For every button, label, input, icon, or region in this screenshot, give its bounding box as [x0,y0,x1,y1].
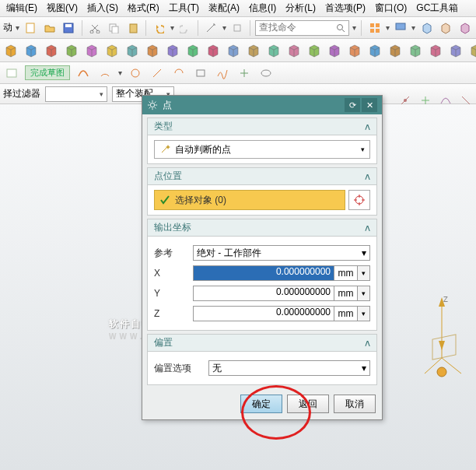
feature-8-icon[interactable] [165,42,180,59]
section-offset: 偏置ʌ 偏置选项 无▾ [147,334,377,385]
snap2-icon[interactable] [417,92,434,109]
curve1-icon[interactable] [75,65,92,82]
feature-18-icon[interactable] [367,42,383,59]
back-button[interactable]: 返回 [287,395,329,413]
feature-5-icon[interactable] [104,42,120,59]
menu-insert[interactable]: 插入(S) [82,0,123,16]
cut-icon[interactable] [87,19,103,37]
circle-icon[interactable] [127,65,144,82]
cancel-button[interactable]: 取消 [334,395,376,413]
search-placeholder: 查找命令 [259,21,296,34]
snap3-icon[interactable] [437,92,454,109]
feature-12-icon[interactable] [246,42,261,59]
dialog-close-icon[interactable]: ✕ [362,98,377,112]
line-icon[interactable] [149,65,166,82]
menu-assembly[interactable]: 装配(A) [204,0,244,16]
section-offset-header[interactable]: 偏置ʌ [148,335,376,352]
svg-rect-2 [65,24,72,27]
cube1-icon[interactable] [418,19,435,37]
dialog-title: 点 [163,99,172,112]
section-position-header[interactable]: 点位置ʌ [148,168,376,185]
feature-14-icon[interactable] [286,42,302,59]
open-icon[interactable] [42,19,58,37]
feature-19-icon[interactable] [387,42,403,59]
undo-icon[interactable] [151,19,167,37]
menu-view[interactable]: 视图(V) [42,0,82,16]
dialog-buttons: 确定 返回 取消 [142,388,382,419]
section-type-header[interactable]: 类型ʌ [148,118,376,135]
feature-2-icon[interactable] [44,42,59,59]
cube2-icon[interactable] [438,19,454,37]
sketch-icon[interactable] [3,65,20,82]
arc2-icon[interactable] [170,65,187,82]
ok-button[interactable]: 确定 [240,395,282,413]
menu-tools[interactable]: 工具(T) [164,0,204,16]
select-object[interactable]: 选择对象 (0) [154,190,345,210]
feature-22-icon[interactable] [448,42,464,59]
svg-rect-15 [7,69,16,77]
svg-point-16 [131,69,139,77]
menu-preferences[interactable]: 首选项(P) [320,0,370,16]
target-icon[interactable] [348,190,370,210]
ref-combo[interactable]: 绝对 - 工作部件▾ [193,245,370,261]
feature-21-icon[interactable] [428,42,443,59]
feature-17-icon[interactable] [347,42,362,59]
feature-7-icon[interactable] [145,42,160,59]
menu-analysis[interactable]: 分析(L) [281,0,320,16]
redo-icon[interactable] [177,19,194,37]
menu-format[interactable]: 格式(R) [123,0,164,16]
feature-10-icon[interactable] [205,42,221,59]
feature-6-icon[interactable] [124,42,140,59]
x-input[interactable]: 0.000000000 [193,265,334,281]
z-input[interactable]: 0.000000000 [193,306,334,321]
dialog-refresh-icon[interactable]: ⟳ [345,98,360,112]
dialog-titlebar[interactable]: 点 ⟳ ✕ [142,96,382,114]
feature-16-icon[interactable] [327,42,342,59]
feature-11-icon[interactable] [226,42,241,59]
menu-edit[interactable]: 编辑(E) [2,0,42,16]
feature-3-icon[interactable] [64,42,79,59]
offset-label: 偏置选项 [154,362,208,375]
filter-combo[interactable]: ▾ [45,86,107,102]
menu-gctoolbox[interactable]: GC工具箱 [411,0,463,16]
point-icon[interactable] [236,65,253,82]
tool2-icon[interactable] [229,19,246,37]
snap4-icon[interactable] [457,92,474,109]
save-icon[interactable] [61,19,77,37]
feature-13-icon[interactable] [266,42,282,59]
copy-icon[interactable] [106,19,122,37]
y-dropdown[interactable]: ▾ [358,286,370,301]
command-search[interactable]: 查找命令 [255,20,349,36]
measure-icon[interactable] [203,19,219,37]
shade-icon[interactable] [393,19,409,37]
type-combo[interactable]: 自动判断的点 ▾ [154,140,370,159]
svg-rect-6 [112,26,118,33]
paste-icon[interactable] [125,19,142,37]
menu-window[interactable]: 窗口(O) [370,0,411,16]
cube3-icon[interactable] [457,19,474,37]
feature-9-icon[interactable] [185,42,201,59]
snap1-icon[interactable] [397,92,414,109]
search-icon [336,23,345,33]
x-dropdown[interactable]: ▾ [358,265,370,281]
offset-combo[interactable]: 无▾ [208,360,370,376]
z-label: Z [154,308,193,319]
feature-1-icon[interactable] [23,42,39,59]
ellipse-icon[interactable] [257,65,275,82]
grid-icon[interactable] [366,19,383,37]
feature-23-icon[interactable] [468,42,476,59]
spline-icon[interactable] [214,65,231,82]
arc-icon[interactable] [96,65,114,82]
new-icon[interactable] [23,19,39,37]
section-output-header[interactable]: 输出坐标ʌ [148,219,376,237]
feature-4-icon[interactable] [84,42,100,59]
z-dropdown[interactable]: ▾ [358,306,370,321]
feature-0-icon[interactable] [3,42,19,59]
dropdown-icon[interactable]: ▾ [16,23,19,32]
feature-20-icon[interactable] [408,42,423,59]
feature-15-icon[interactable] [306,42,322,59]
rect-icon[interactable] [192,65,209,82]
finish-sketch-tag[interactable]: 完成草图 [25,65,70,80]
y-input[interactable]: 0.000000000 [193,286,334,301]
menu-info[interactable]: 信息(I) [244,0,281,16]
